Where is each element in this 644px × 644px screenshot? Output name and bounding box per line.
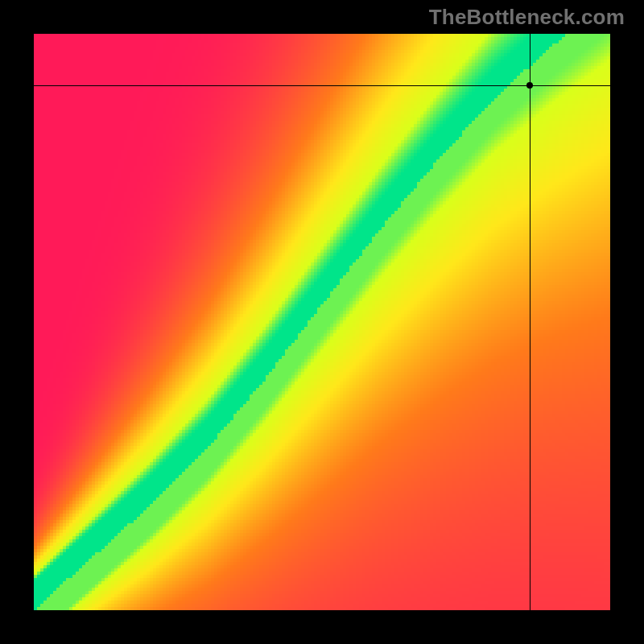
heatmap-canvas (34, 34, 610, 610)
crosshair-vertical (530, 34, 530, 610)
marker-dot (526, 82, 533, 89)
plot-area (34, 34, 610, 610)
crosshair-horizontal (34, 85, 610, 86)
chart-frame: TheBottleneck.com (0, 0, 644, 644)
watermark-text: TheBottleneck.com (429, 5, 625, 30)
